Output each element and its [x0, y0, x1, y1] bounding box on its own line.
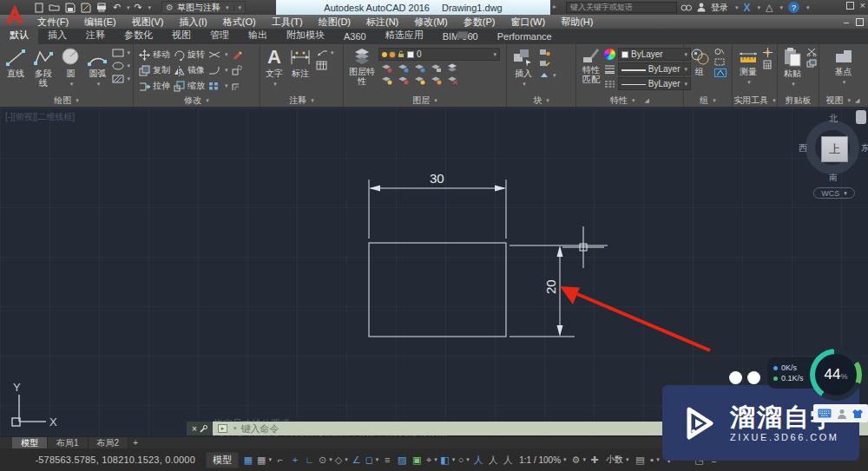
circle-dropdown-icon[interactable]: ▾ [70, 79, 74, 88]
open-file-icon[interactable] [47, 1, 62, 14]
quick-calc-icon[interactable] [763, 60, 773, 69]
layout-tab[interactable]: 布局2 [89, 437, 129, 448]
viewcube[interactable]: 北 南 西 东 上 WCS▾ [799, 113, 868, 210]
measure-tool[interactable]: 测量 ▾ [735, 46, 761, 88]
copy-tool[interactable]: 复制 [139, 64, 170, 76]
status-toggle[interactable]: ◧ ▾ [440, 452, 455, 468]
layer-tool-icon[interactable] [446, 75, 458, 85]
new-layout-icon[interactable]: + [128, 437, 142, 448]
close-window-icon[interactable]: × [860, 2, 865, 10]
panel-label-block[interactable]: 块▾ [507, 94, 575, 107]
status-toggle[interactable]: ∟ ▾ [304, 452, 316, 468]
polyline-tool[interactable]: 多段线 [30, 46, 56, 88]
insert-block-tool[interactable]: 插入 ▾ [510, 46, 537, 89]
trim-tool-icon[interactable]: ▾ [208, 50, 228, 59]
arc-dropdown-icon[interactable]: ▾ [97, 79, 101, 88]
exchange-apps-icon[interactable]: X [744, 2, 751, 14]
group-tool[interactable]: 组 [687, 46, 713, 77]
ribbon-tab[interactable]: Performance [488, 29, 562, 44]
shirt-icon[interactable] [852, 409, 864, 419]
rectangle-tool-icon[interactable]: ▾ [112, 48, 130, 58]
model-space-button[interactable]: 模型 [206, 452, 239, 468]
ribbon-tab[interactable]: 默认 [0, 26, 38, 44]
save-icon[interactable] [62, 1, 77, 14]
signin-dropdown-icon[interactable]: ▾ [735, 4, 739, 11]
keyboard-icon[interactable] [818, 409, 832, 418]
status-toggle[interactable]: + ▾ [289, 452, 301, 468]
ribbon-tab[interactable]: 附加模块 [277, 26, 334, 44]
height-dimension[interactable] [510, 245, 608, 337]
search-icon[interactable] [681, 3, 692, 12]
wcs-menu[interactable]: WCS▾ [813, 187, 855, 199]
panel-label-draw[interactable]: 绘图▾ [0, 94, 133, 107]
lineweight-icon[interactable] [604, 64, 615, 74]
layer-tool-icon[interactable] [430, 75, 442, 85]
status-toggle[interactable]: ○ ▾ [457, 452, 470, 468]
fillet-tool-icon[interactable]: ▾ [208, 66, 228, 75]
status-toggle[interactable]: ⊙ ▾ [319, 452, 332, 468]
redo-dropdown-icon[interactable]: ▾ [148, 4, 152, 11]
status-toggle[interactable]: ▤ ▾ [634, 452, 646, 468]
redo-icon[interactable]: ↷ [131, 1, 146, 14]
status-toggle[interactable]: 1:1 / 100% ▾ [516, 452, 569, 468]
workspace-switcher[interactable]: ⚙ 草图与注释 ▾ ▾ [161, 1, 246, 14]
move-tool[interactable]: 移动 [139, 49, 170, 61]
group-edit-icon[interactable] [714, 58, 727, 66]
status-toggle[interactable]: ⌖ ▾ [425, 452, 437, 468]
layer-dropdown-icon[interactable]: ▾ [493, 51, 496, 58]
panel-label-view[interactable]: 视图▾◢ [819, 94, 866, 107]
match-properties-button[interactable]: 特性匹配 [579, 46, 603, 85]
qat-options-dropdown-icon[interactable]: ▾ [233, 4, 241, 11]
layer-tool-icon[interactable] [446, 63, 458, 73]
panel-label-properties[interactable]: 特性▾◢ [576, 94, 683, 107]
compass-east-label[interactable]: 东 [861, 142, 868, 154]
viewcube-top-face[interactable]: 上 [821, 136, 848, 162]
ribbon-tab[interactable]: 注释 [76, 26, 115, 44]
layout-tab[interactable]: 布局1 [48, 437, 89, 448]
circle-tool[interactable]: 圆 ▾ [57, 46, 83, 89]
menu-item[interactable]: 参数(P) [456, 15, 503, 29]
mirror-tool[interactable]: 镜像 [174, 64, 205, 76]
ellipse-tool-icon[interactable]: ▾ [112, 61, 130, 71]
linetype-select[interactable]: ByLayer ▾ [618, 77, 691, 90]
layer-tool-icon[interactable] [413, 63, 425, 73]
cut-icon[interactable] [806, 48, 817, 56]
panel-label-modify[interactable]: 修改▾ [134, 94, 260, 107]
layer-tool-icon[interactable] [430, 63, 442, 73]
ribbon-minimize-control[interactable]: ▾ [457, 31, 475, 39]
menu-item[interactable]: 窗口(W) [503, 15, 553, 29]
a360-dropdown-icon[interactable]: ▾ [780, 4, 784, 11]
copy-clip-icon[interactable] [806, 59, 817, 68]
panel-label-group[interactable]: 组▾ [684, 94, 732, 107]
width-dimension[interactable] [369, 180, 506, 239]
insert-dropdown-icon[interactable]: ▾ [523, 79, 526, 88]
undo-dropdown-icon[interactable]: ▾ [127, 4, 130, 11]
layer-tool-icon[interactable] [380, 63, 392, 73]
status-toggle[interactable]: ▦ ▾ [242, 452, 254, 468]
status-toggle[interactable]: ▣ ▾ [411, 452, 423, 468]
create-block-icon[interactable] [539, 48, 556, 56]
hatch-tool-icon[interactable]: ▾ [112, 74, 130, 84]
panel-label-annotation[interactable]: 注释▾ [260, 94, 343, 107]
a360-icon[interactable]: △ [766, 2, 773, 13]
undo-icon[interactable]: ↶ [109, 1, 124, 14]
rotate-tool[interactable]: 旋转 [174, 49, 205, 61]
stretch-tool[interactable]: 拉伸 [139, 80, 170, 92]
status-toggle[interactable]: ▪ ▾ [648, 452, 661, 468]
layer-tool-icon[interactable] [380, 75, 392, 85]
panel-label-clipboard[interactable]: 剪贴板 [778, 94, 819, 107]
status-toggle[interactable]: ≡ ▾ [381, 452, 393, 468]
properties-dialog-launcher-icon[interactable]: ◢ [645, 97, 649, 104]
compass-west-label[interactable]: 西 [799, 142, 807, 154]
close-command-icon[interactable]: × [192, 424, 197, 434]
layer-select[interactable]: 0 ▾ [378, 48, 500, 61]
status-toggle[interactable]: ◇ ▾ [335, 452, 348, 468]
status-toggle[interactable]: ◻ ▾ [365, 452, 379, 468]
text-tool[interactable]: A 文字 ▾ [263, 46, 286, 89]
erase-tool-icon[interactable] [232, 49, 242, 60]
status-toggle[interactable]: 人 ▾ [487, 452, 499, 468]
menu-item[interactable]: 帮助(H) [553, 15, 601, 29]
base-view-dropdown-icon[interactable]: ▾ [843, 77, 846, 87]
person-icon[interactable] [837, 409, 847, 419]
compass-north-label[interactable]: 北 [829, 113, 838, 125]
